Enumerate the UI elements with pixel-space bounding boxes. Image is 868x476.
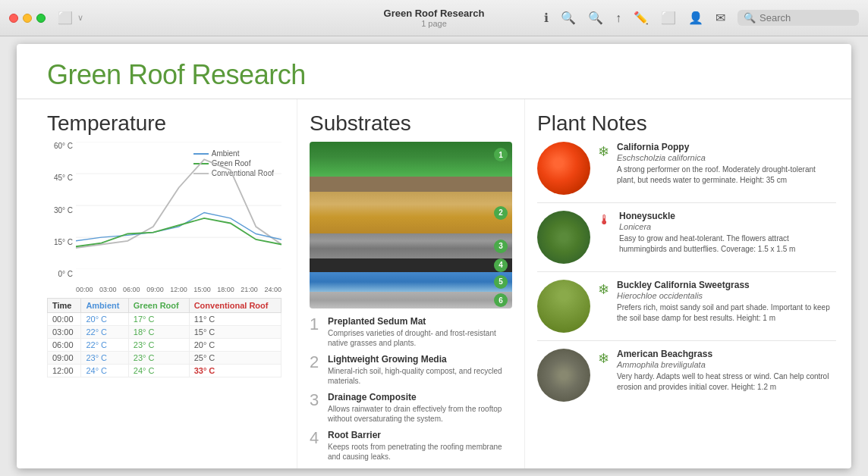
- plant-notes-title: Plant Notes: [537, 111, 836, 136]
- layer-blue: 5: [310, 272, 512, 292]
- plant-name: Buckley California Sweetgrass: [617, 280, 836, 290]
- plant-desc: Easy to grow and heat-tolerant. The flow…: [619, 233, 836, 255]
- y-label-45: 45° C: [54, 174, 73, 182]
- table-row: 12:00 24° C 24° C 33° C: [48, 365, 281, 377]
- x-label-21: 21:00: [241, 286, 258, 293]
- plant-image: [537, 280, 590, 333]
- substrate-number: 2: [310, 354, 322, 371]
- cell-greenroof: 23° C: [128, 339, 189, 352]
- substrate-desc: Mineral-rich soil, high-quality compost,…: [328, 366, 512, 386]
- window-title: Green Roof Research: [384, 8, 485, 19]
- x-label-24: 24:00: [264, 286, 281, 293]
- cell-time: 00:00: [48, 313, 81, 326]
- info-icon[interactable]: ℹ: [544, 11, 549, 25]
- plant-item: ❄ California Poppy Eschscholzia californ…: [537, 142, 836, 203]
- titlebar-center: Green Roof Research 1 page: [384, 8, 485, 28]
- plant-latin: Hierochloe occidentalis: [617, 291, 836, 300]
- plant-image: [537, 349, 590, 402]
- plant-image: [537, 211, 590, 264]
- zoom-out-icon[interactable]: 🔍: [561, 11, 576, 25]
- substrate-item: 4 Root Barrier Keeps roots from penetrat…: [310, 430, 512, 462]
- layer-black: 4: [310, 258, 512, 272]
- sidebar-toggle[interactable]: ⬜ ∨: [58, 11, 83, 25]
- plant-name: Honeysuckle: [619, 211, 836, 221]
- plant-desc: A strong performer on the roof. Moderate…: [617, 164, 836, 186]
- cell-ambient: 20° C: [81, 313, 128, 326]
- share-icon[interactable]: ↑: [615, 11, 621, 25]
- toolbar: ℹ 🔍 🔍 ↑ ✏️ ⬜ 👤 ✉ 🔍: [544, 10, 859, 26]
- annotate-icon[interactable]: ✏️: [634, 11, 649, 25]
- substrate-text: Root Barrier Keeps roots from penetratin…: [328, 430, 512, 462]
- plant-info: Honeysuckle Lonicera Easy to grow and he…: [619, 211, 836, 255]
- x-label-18: 18:00: [217, 286, 234, 293]
- cell-time: 09:00: [48, 352, 81, 365]
- col-ambient: Ambient: [81, 299, 128, 313]
- y-label-15: 15° C: [54, 238, 73, 246]
- cell-ambient: 23° C: [81, 352, 128, 365]
- x-label-3: 03:00: [99, 286, 117, 293]
- plant-item: ❄ American Beachgrass Ammophila brevilig…: [537, 349, 836, 409]
- snow-icon: ❄: [598, 281, 609, 298]
- substrate-number: 1: [310, 316, 322, 333]
- cell-convroof: 20° C: [189, 339, 281, 352]
- plant-list: ❄ California Poppy Eschscholzia californ…: [537, 142, 836, 409]
- substrate-item: 2 Lightweight Growing Media Mineral-rich…: [310, 354, 512, 386]
- substrate-desc: Comprises varieties of drought- and fros…: [328, 328, 512, 348]
- chart-x-axis: 00:00 03:00 06:00 09:00 12:00 15:00 18:0…: [76, 286, 281, 293]
- substrate-item: 3 Drainage Composite Allows rainwater to…: [310, 392, 512, 424]
- minimize-button[interactable]: [23, 14, 32, 23]
- layer-gravel: 3: [310, 233, 512, 258]
- layer-grass: 1: [310, 142, 512, 192]
- layer-sand: 2: [310, 192, 512, 233]
- user-icon[interactable]: 👤: [688, 11, 703, 25]
- plant-info: Buckley California Sweetgrass Hierochloe…: [617, 280, 836, 324]
- titlebar: ⬜ ∨ Green Roof Research 1 page ℹ 🔍 🔍 ↑ ✏…: [0, 0, 868, 36]
- substrate-text: Lightweight Growing Media Mineral-rich s…: [328, 354, 512, 386]
- plant-desc: Very hardy. Adapts well to heat stress o…: [617, 371, 836, 393]
- plant-name: American Beachgrass: [617, 349, 836, 359]
- plant-image: [537, 142, 590, 195]
- zoom-in-icon[interactable]: 🔍: [588, 11, 603, 25]
- search-input[interactable]: [760, 12, 851, 23]
- substrate-title: Preplanted Sedum Mat: [328, 316, 512, 327]
- substrate-title: Drainage Composite: [328, 392, 512, 402]
- table-row: 03:00 22° C 18° C 15° C: [48, 326, 281, 339]
- substrate-image: 1 2 3 4 5 6: [310, 142, 512, 308]
- plant-notes-section: Plant Notes ❄ California Poppy Eschschol…: [525, 99, 851, 468]
- temperature-table: Time Ambient Green Roof Conventional Roo…: [47, 298, 281, 377]
- substrate-items: 1 Preplanted Sedum Mat Comprises varieti…: [310, 316, 512, 462]
- cell-convroof: 25° C: [189, 352, 281, 365]
- window-subtitle: 1 page: [421, 19, 447, 28]
- plant-latin: Lonicera: [619, 222, 836, 231]
- cell-greenroof: 23° C: [128, 352, 189, 365]
- plant-latin: Ammophila breviligulata: [617, 360, 836, 369]
- substrate-item: 1 Preplanted Sedum Mat Comprises varieti…: [310, 316, 512, 348]
- temperature-section: Temperature 60° C 45° C 30° C 15° C 0° C…: [17, 99, 297, 468]
- y-label-0: 0° C: [58, 270, 73, 278]
- x-label-9: 09:00: [146, 286, 164, 293]
- search-bar[interactable]: 🔍: [737, 10, 859, 26]
- substrate-title: Root Barrier: [328, 430, 512, 440]
- substrate-layers: 1 2 3 4 5 6: [310, 142, 512, 308]
- thermo-icon: 🌡: [598, 212, 612, 228]
- layer-badge-3: 3: [494, 240, 508, 253]
- table-row: 06:00 22° C 23° C 20° C: [48, 339, 281, 352]
- doc-header: Green Roof Research: [17, 44, 851, 99]
- doc-body: Temperature 60° C 45° C 30° C 15° C 0° C…: [17, 99, 851, 468]
- plant-name: California Poppy: [617, 142, 836, 152]
- y-label-30: 30° C: [54, 206, 73, 215]
- cell-convroof: 15° C: [189, 326, 281, 339]
- layer-badge-2: 2: [494, 206, 508, 220]
- layer-badge-1: 1: [494, 148, 508, 161]
- temperature-title: Temperature: [47, 111, 281, 136]
- col-convroof: Conventional Roof: [189, 299, 281, 313]
- layer-badge-4: 4: [494, 258, 508, 272]
- substrate-number: 3: [310, 392, 322, 409]
- maximize-button[interactable]: [36, 14, 46, 23]
- close-button[interactable]: [9, 14, 18, 23]
- document: Green Roof Research Temperature 60° C 45…: [17, 44, 851, 468]
- cell-time: 12:00: [48, 365, 81, 377]
- expand-icon[interactable]: ⬜: [661, 11, 676, 25]
- substrate-text: Drainage Composite Allows rainwater to d…: [328, 392, 512, 424]
- markup-icon[interactable]: ✉: [715, 11, 725, 25]
